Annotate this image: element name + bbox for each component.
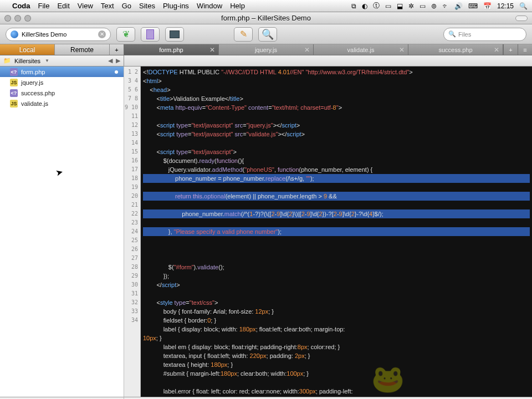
new-tab-button[interactable]: + bbox=[503, 44, 518, 55]
display-icon[interactable]: ▭ bbox=[385, 2, 391, 10]
tab-remote[interactable]: Remote bbox=[55, 44, 110, 55]
terminal-icon bbox=[170, 30, 180, 38]
file-label: validate.js bbox=[21, 100, 48, 107]
file-label: jquery.js bbox=[21, 79, 43, 86]
editor-path-bar bbox=[124, 55, 532, 66]
search-icon: 🔍 bbox=[448, 30, 456, 38]
code-editor[interactable]: 1 2 3 4 5 6 7 8 9 10 11 12 13 14 15 16 1… bbox=[124, 66, 532, 397]
editor-tab-jquery[interactable]: jquery.js✕ bbox=[219, 44, 314, 55]
menu-text[interactable]: Text bbox=[101, 2, 114, 10]
camera-icon[interactable]: ⧉ bbox=[351, 2, 356, 10]
menu-edit[interactable]: Edit bbox=[57, 2, 69, 10]
calendar-icon[interactable]: 📅 bbox=[483, 2, 492, 10]
evernote-icon[interactable]: ◐ bbox=[362, 2, 367, 10]
add-source-button[interactable]: + bbox=[110, 44, 124, 55]
wifi-icon[interactable]: ᯤ bbox=[442, 2, 449, 10]
clock[interactable]: 12:15 bbox=[497, 2, 514, 10]
tabs-row: Local Remote + form.php✕ jquery.js✕ vali… bbox=[0, 44, 532, 55]
airport-icon[interactable]: ⊚ bbox=[431, 2, 437, 10]
modified-dot bbox=[115, 70, 118, 74]
site-name: KillerSites Demo bbox=[22, 31, 66, 38]
app-menu[interactable]: Coda bbox=[12, 2, 30, 10]
main-area: <?form.phpJSjquery.js<?success.phpJSvali… bbox=[0, 66, 532, 397]
file-label: form.php bbox=[21, 69, 45, 75]
menubar: Coda File Edit View Text Go Sites Plug-i… bbox=[0, 0, 532, 12]
folder-icon: 📁 bbox=[3, 57, 11, 64]
file-browser: <?form.phpJSjquery.js<?success.phpJSvali… bbox=[0, 66, 124, 397]
terminal-button[interactable] bbox=[165, 27, 184, 42]
magnify-icon: 🔍 bbox=[262, 28, 274, 40]
chevron-down-icon: ▼ bbox=[45, 58, 49, 63]
mouse-cursor: ➤ bbox=[54, 167, 64, 179]
file-success-php[interactable]: <?success.php bbox=[0, 88, 124, 98]
editor-tabs: form.php✕ jquery.js✕ validate.js✕ succes… bbox=[124, 44, 532, 55]
menu-window[interactable]: Window bbox=[197, 2, 222, 10]
nav-forward-button[interactable]: ▶ bbox=[116, 57, 120, 64]
file-jquery-js[interactable]: JSjquery.js bbox=[0, 77, 124, 88]
editor-tab-validate[interactable]: validate.js✕ bbox=[314, 44, 408, 55]
spotlight-icon[interactable]: 🔍 bbox=[519, 2, 528, 10]
book-button[interactable] bbox=[141, 27, 160, 42]
search-placeholder: Files bbox=[458, 31, 471, 38]
folder-name: Killersites bbox=[14, 58, 40, 64]
leaf-button[interactable]: ❦ bbox=[116, 27, 135, 42]
book-icon bbox=[146, 29, 154, 39]
search-input[interactable]: 🔍 Files bbox=[443, 28, 526, 41]
code-area[interactable]: <!DOCTYPE HTML PUBLIC "-//W3C//DTD HTML … bbox=[141, 66, 532, 397]
pencil-button[interactable]: ✎ bbox=[234, 27, 253, 42]
toolbar-pill-button[interactable] bbox=[515, 16, 528, 21]
close-icon[interactable]: ✕ bbox=[399, 46, 405, 54]
nav-back-button[interactable]: ◀ bbox=[108, 57, 112, 64]
menu-go[interactable]: Go bbox=[122, 2, 131, 10]
menu-file[interactable]: File bbox=[38, 2, 50, 10]
toolbar: KillerSites Demo ✕ ❦ ✎ 🔍 🔍 Files bbox=[0, 24, 532, 44]
site-picker[interactable]: KillerSites Demo ✕ bbox=[6, 28, 111, 41]
file-form-php[interactable]: <?form.php bbox=[0, 66, 124, 77]
dropbox-icon[interactable]: ⬓ bbox=[397, 2, 403, 10]
magnify-button[interactable]: 🔍 bbox=[258, 27, 277, 42]
menu-help[interactable]: Help bbox=[230, 2, 245, 10]
site-icon bbox=[11, 30, 18, 38]
file-label: success.php bbox=[21, 90, 55, 96]
close-icon[interactable]: ✕ bbox=[209, 46, 215, 54]
menu-view[interactable]: View bbox=[78, 2, 93, 10]
textexpander-icon[interactable]: ⓣ bbox=[373, 1, 380, 11]
php-file-icon: <? bbox=[10, 68, 18, 76]
window-titlebar: form.php – KillerSites Demo bbox=[0, 12, 532, 24]
close-icon[interactable]: ✕ bbox=[494, 46, 499, 54]
close-icon[interactable]: ✕ bbox=[304, 46, 310, 54]
volume-icon[interactable]: 🔊 bbox=[454, 2, 463, 10]
menu-plugins[interactable]: Plug-ins bbox=[163, 2, 189, 10]
window-title: form.php – KillerSites Demo bbox=[0, 14, 532, 22]
source-tabs: Local Remote + bbox=[0, 44, 124, 55]
flower-icon[interactable]: ✲ bbox=[408, 2, 414, 10]
status-bar: + ⚙︎ ⟳ { } ⇪Share ?Hints 🗎Clips ⚠ 13:0 (… bbox=[0, 397, 532, 399]
menubar-extras: ⧉ ◐ ⓣ ▭ ⬓ ✲ ▭ ⊚ ᯤ 🔊 ⌨ 📅 12:15 🔍 bbox=[351, 1, 528, 11]
js-file-icon: JS bbox=[10, 79, 18, 86]
file-validate-js[interactable]: JSvalidate.js bbox=[0, 98, 124, 109]
battery-icon[interactable]: ▭ bbox=[420, 2, 426, 10]
editor-tab-success[interactable]: success.php✕ bbox=[408, 44, 503, 55]
js-file-icon: JS bbox=[10, 100, 18, 108]
line-gutter: 1 2 3 4 5 6 7 8 9 10 11 12 13 14 15 16 1… bbox=[124, 66, 141, 397]
keyboard-icon[interactable]: ⌨ bbox=[468, 2, 478, 10]
tab-local[interactable]: Local bbox=[0, 44, 55, 55]
clear-icon[interactable]: ✕ bbox=[98, 30, 106, 38]
leaf-icon: ❦ bbox=[122, 29, 130, 39]
php-file-icon: <? bbox=[10, 89, 18, 97]
tab-overflow-button[interactable]: ≡ bbox=[518, 44, 532, 55]
pencil-icon: ✎ bbox=[240, 29, 247, 39]
editor-tab-form[interactable]: form.php✕ bbox=[124, 44, 219, 55]
menu-sites[interactable]: Sites bbox=[139, 2, 155, 10]
path-row: 📁 Killersites ▼ ◀ ▶ bbox=[0, 55, 532, 66]
folder-crumb[interactable]: 📁 Killersites ▼ ◀ ▶ bbox=[0, 55, 124, 66]
